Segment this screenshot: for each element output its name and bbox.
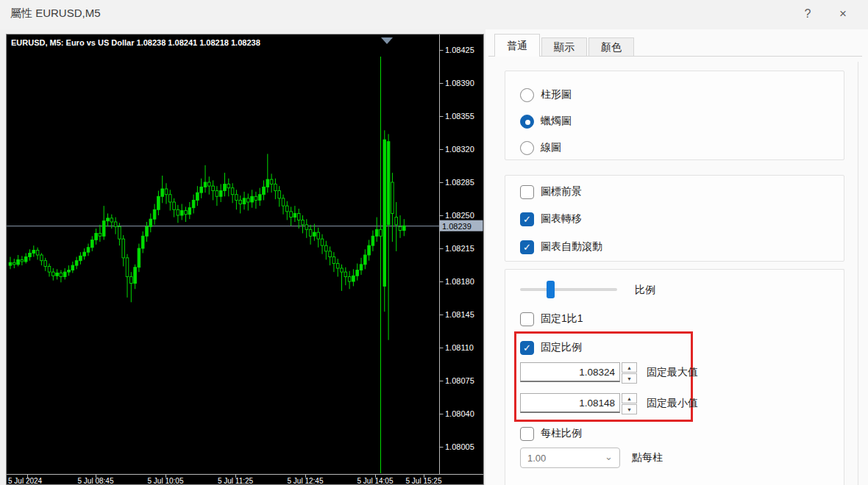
svg-text:1.08040: 1.08040 (445, 409, 474, 418)
radio-line-chart-label: 線圖 (541, 141, 561, 154)
chart-type-row: 線圖 (520, 140, 561, 156)
svg-text:5 Jul 14:05: 5 Jul 14:05 (357, 477, 394, 484)
scale-per-bar-row: ✓ 每柱比例 (520, 425, 582, 442)
svg-text:1.08250: 1.08250 (445, 211, 474, 220)
svg-text:EURUSD, M5: Euro vs US Dollar: EURUSD, M5: Euro vs US Dollar 1.08238 1.… (11, 38, 260, 47)
svg-text:5 Jul 11:25: 5 Jul 11:25 (218, 477, 254, 484)
fixed-max-row: ▲ ▼ 固定最大值 (505, 362, 844, 384)
svg-text:1.08110: 1.08110 (445, 343, 474, 352)
option-row: ✓圖表自動滾動 (520, 239, 602, 255)
fixed-max-input[interactable] (520, 362, 620, 382)
candlestick-chart: 1.084251.083901.083551.083201.082851.082… (7, 35, 483, 484)
svg-text:1.08355: 1.08355 (445, 112, 474, 121)
fixed-min-label: 固定最小值 (647, 397, 698, 410)
scale-slider-track[interactable] (520, 288, 617, 291)
checkbox-chart-foreground[interactable]: ✓ (520, 185, 534, 199)
spin-up-icon[interactable]: ▲ (622, 362, 637, 373)
fixed-min-spinner: ▲ ▼ (622, 393, 637, 414)
svg-text:1.08425: 1.08425 (445, 46, 474, 54)
fixed-min-row: ▲ ▼ 固定最小值 (505, 393, 844, 415)
fixed-one-to-one-label: 固定1比1 (541, 312, 583, 326)
close-button[interactable]: × (828, 4, 858, 24)
chart-type-group: 柱形圖蠟燭圖線圖 (505, 71, 844, 160)
svg-text:5 Jul 2024: 5 Jul 2024 (8, 477, 43, 484)
points-per-bar-select[interactable]: 1.00 ⌄ (520, 448, 620, 468)
check-icon: ✓ (523, 242, 531, 252)
panel-divider (858, 62, 858, 485)
checkbox-chart-shift[interactable]: ✓ (520, 212, 534, 226)
scale-per-bar-label: 每柱比例 (541, 427, 582, 440)
spin-down-icon[interactable]: ▼ (622, 404, 637, 414)
checkbox-chart-shift-label: 圖表轉移 (541, 212, 582, 226)
points-per-bar-label: 點每柱 (632, 451, 663, 464)
radio-candlestick-chart[interactable] (520, 115, 534, 129)
help-button[interactable]: ? (793, 4, 822, 24)
tab-show[interactable]: 顯示 (541, 37, 587, 57)
svg-text:1.08215: 1.08215 (445, 244, 474, 253)
tab-colors[interactable]: 顏色 (588, 37, 634, 57)
svg-text:1.08390: 1.08390 (445, 79, 474, 87)
scale-slider-thumb[interactable] (547, 281, 555, 298)
checkbox-chart-foreground-label: 圖標前景 (541, 185, 582, 198)
svg-text:5 Jul 08:45: 5 Jul 08:45 (78, 477, 114, 484)
scale-slider-label: 比例 (635, 284, 655, 297)
chart-preview: 1.084251.083901.083551.083201.082851.082… (6, 34, 484, 485)
chart-options-group: ✓圖標前景✓圖表轉移✓圖表自動滾動 (505, 175, 844, 262)
svg-text:1.08145: 1.08145 (445, 310, 474, 319)
fixed-min-input[interactable] (520, 393, 620, 413)
tab-content-border (488, 56, 862, 57)
svg-text:1.08075: 1.08075 (445, 376, 474, 385)
points-per-bar-value: 1.00 (527, 453, 546, 464)
fixed-one-to-one-row: ✓ 固定1比1 (520, 311, 583, 327)
svg-text:1.08285: 1.08285 (445, 178, 474, 187)
spin-down-icon[interactable]: ▼ (622, 373, 637, 384)
chart-type-row: 蠟燭圖 (520, 113, 572, 129)
svg-text:5 Jul 15:25: 5 Jul 15:25 (406, 477, 442, 484)
chart-type-row: 柱形圖 (520, 87, 572, 103)
svg-text:5 Jul 12:45: 5 Jul 12:45 (288, 477, 324, 484)
scale-per-bar-checkbox[interactable]: ✓ (520, 427, 534, 441)
fixed-scale-label: 固定比例 (541, 341, 582, 354)
svg-text:1.08320: 1.08320 (445, 145, 474, 154)
svg-text:1.08180: 1.08180 (445, 277, 474, 286)
window-title: 屬性 EURUSD,M5 (10, 7, 101, 21)
radio-line-chart[interactable] (520, 141, 534, 155)
checkbox-chart-autoscroll-label: 圖表自動滾動 (541, 240, 602, 254)
fixed-max-label: 固定最大值 (647, 366, 698, 379)
scale-group: 比例 ✓ 固定1比1 ✓ 固定比例 ▲ ▼ 固定最大值 ▲ ▼ 固定最小值 ✓ … (505, 269, 844, 485)
option-row: ✓圖標前景 (520, 184, 582, 200)
fixed-scale-row: ✓ 固定比例 (520, 340, 582, 356)
checkbox-chart-autoscroll[interactable]: ✓ (520, 240, 534, 254)
title-bar: 屬性 EURUSD,M5 ? × (0, 0, 868, 29)
tab-general[interactable]: 普通 (494, 34, 540, 57)
radio-bar-chart[interactable] (520, 88, 534, 102)
check-icon: ✓ (523, 215, 531, 224)
radio-bar-chart-label: 柱形圖 (541, 88, 572, 101)
svg-text:1.08005: 1.08005 (445, 442, 474, 451)
tab-strip: 普通顯示顏色 (494, 34, 636, 57)
svg-text:5 Jul 10:05: 5 Jul 10:05 (148, 477, 184, 484)
check-icon: ✓ (523, 343, 531, 353)
spin-up-icon[interactable]: ▲ (622, 393, 637, 403)
option-row: ✓圖表轉移 (520, 211, 582, 227)
fixed-max-spinner: ▲ ▼ (622, 362, 637, 384)
radio-candlestick-chart-label: 蠟燭圖 (541, 115, 572, 128)
chevron-down-icon: ⌄ (605, 451, 613, 462)
fixed-scale-checkbox[interactable]: ✓ (520, 341, 534, 355)
svg-text:1.08239: 1.08239 (442, 222, 472, 231)
fixed-one-to-one-checkbox[interactable]: ✓ (520, 312, 534, 326)
